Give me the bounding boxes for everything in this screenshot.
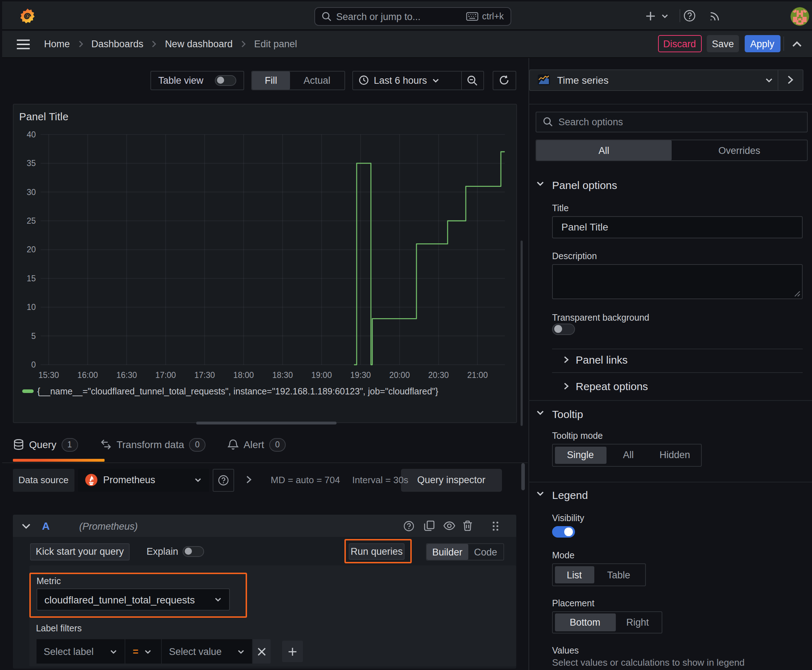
time-series-chart[interactable]: 051015202530354015:3016:0016:3017:0017:3…	[14, 104, 517, 422]
pane-splitter[interactable]	[528, 58, 529, 670]
legend-mode-table-option[interactable]: Table	[594, 566, 643, 584]
clock-icon	[359, 75, 369, 85]
chevron-down-icon[interactable]	[536, 181, 544, 187]
chevron-down-icon[interactable]	[536, 410, 544, 416]
user-avatar[interactable]	[790, 7, 809, 26]
scrollbar-thumb[interactable]	[521, 463, 524, 490]
legend-mode-list-option[interactable]: List	[554, 566, 594, 584]
section-panel-links[interactable]: Panel links	[576, 354, 627, 366]
section-tooltip[interactable]: Tooltip	[552, 408, 583, 420]
data-source-name: Prometheus	[103, 475, 188, 485]
transform-icon	[100, 439, 111, 450]
table-view-toggle[interactable]	[215, 75, 236, 86]
section-panel-options[interactable]: Panel options	[552, 179, 617, 191]
add-filter-button[interactable]	[282, 641, 303, 662]
keyboard-icon	[466, 12, 479, 21]
breadcrumb-new-dashboard[interactable]: New dashboard	[165, 39, 233, 50]
visualization-select[interactable]: Time series	[530, 74, 777, 86]
transparent-background-toggle[interactable]	[552, 323, 575, 335]
query-options-stats[interactable]: MD = auto = 704 Interval = 30s	[271, 469, 409, 491]
breadcrumb-home[interactable]: Home	[44, 39, 70, 50]
svg-text:20: 20	[27, 244, 36, 254]
chevron-down-icon[interactable]	[21, 523, 31, 530]
filter-overrides-option[interactable]: Overrides	[672, 140, 807, 160]
panel-title-input[interactable]: Panel Title	[552, 216, 802, 239]
split-drag-handle[interactable]	[196, 421, 337, 424]
run-queries-button[interactable]: Run queries	[349, 544, 405, 560]
section-divider	[528, 482, 812, 482]
query-help-icon[interactable]	[403, 520, 414, 532]
remove-filter-button[interactable]	[253, 639, 271, 664]
query-options-expand-icon[interactable]	[246, 475, 252, 484]
builder-option[interactable]: Builder	[426, 544, 468, 560]
explain-toggle[interactable]	[182, 546, 204, 557]
legend-visibility-toggle[interactable]	[552, 526, 575, 537]
discard-button[interactable]: Discard	[658, 35, 701, 52]
field-divider	[552, 372, 802, 373]
legend-placement-bottom-option[interactable]: Bottom	[554, 614, 615, 631]
collapse-options-button[interactable]	[777, 70, 802, 90]
chevron-right-icon[interactable]	[563, 356, 569, 364]
filter-all-option[interactable]: All	[536, 140, 672, 160]
select-value-dropdown[interactable]: Select value	[162, 639, 253, 664]
builder-code-group: Builder Code	[425, 544, 504, 560]
code-option[interactable]: Code	[468, 544, 503, 560]
svg-text:17:30: 17:30	[194, 370, 215, 379]
svg-text:18:00: 18:00	[233, 370, 254, 379]
breadcrumb-dashboards[interactable]: Dashboards	[91, 39, 144, 50]
data-source-help-button[interactable]	[213, 469, 234, 491]
zoom-out-button[interactable]	[461, 71, 483, 89]
collapse-pane-icon[interactable]	[790, 37, 804, 51]
delete-query-icon[interactable]	[462, 520, 472, 531]
tooltip-all-option[interactable]: All	[606, 446, 651, 464]
legend-placement-right-option[interactable]: Right	[615, 614, 659, 631]
alert-count-badge: 0	[269, 438, 286, 451]
section-legend[interactable]: Legend	[552, 489, 588, 501]
toggle-visibility-icon[interactable]	[443, 520, 455, 531]
legend-series-label[interactable]: {__name__="cloudflared_tunnel_total_requ…	[37, 386, 438, 396]
add-new-button[interactable]	[645, 8, 668, 24]
transparent-background-label: Transparent background	[552, 313, 649, 323]
metric-select[interactable]: cloudflared_tunnel_total_requests	[37, 589, 229, 611]
max-data-points-stat: MD = auto = 704	[271, 475, 340, 485]
actual-option[interactable]: Actual	[290, 71, 344, 89]
section-repeat-options[interactable]: Repeat options	[576, 380, 648, 392]
tab-alert[interactable]: Alert 0	[228, 438, 286, 451]
label-filters-label: Label filters	[36, 624, 81, 634]
operator-dropdown[interactable]: =	[125, 639, 161, 664]
fill-option[interactable]: Fill	[252, 71, 290, 89]
drag-handle-icon[interactable]	[492, 521, 499, 531]
save-button[interactable]: Save	[707, 35, 739, 52]
tooltip-hidden-option[interactable]: Hidden	[651, 446, 699, 464]
tooltip-single-option[interactable]: Single	[554, 446, 606, 464]
tab-query[interactable]: Query 1	[12, 438, 78, 451]
menu-icon[interactable]	[16, 39, 30, 49]
data-source-select[interactable]: Prometheus	[78, 469, 209, 491]
chevron-down-icon	[765, 76, 773, 85]
news-rss-icon[interactable]	[709, 9, 721, 22]
chevron-right-icon	[787, 76, 793, 85]
options-search-placeholder: Search options	[559, 116, 623, 127]
chevron-down-icon	[661, 12, 668, 20]
grafana-logo-icon[interactable]	[20, 8, 35, 25]
panel-description-textarea[interactable]	[552, 264, 802, 299]
help-icon[interactable]	[683, 9, 696, 22]
refresh-icon	[500, 75, 509, 85]
chevron-right-icon[interactable]	[563, 382, 569, 390]
chevron-down-icon	[144, 648, 152, 655]
svg-text:19:30: 19:30	[350, 370, 371, 379]
query-ref-id[interactable]: A	[42, 520, 50, 532]
apply-button[interactable]: Apply	[744, 35, 780, 52]
svg-text:16:30: 16:30	[116, 370, 137, 379]
tab-transform-data[interactable]: Transform data 0	[100, 438, 205, 451]
duplicate-query-icon[interactable]	[424, 520, 434, 531]
query-inspector-button[interactable]: Query inspector	[401, 469, 502, 491]
refresh-button[interactable]	[493, 71, 516, 90]
scrollbar-thumb[interactable]	[521, 240, 523, 426]
options-search-input[interactable]: Search options	[536, 111, 808, 132]
search-input[interactable]: Search or jump to... ctrl+k	[314, 7, 511, 26]
chevron-down-icon[interactable]	[536, 491, 544, 497]
select-label-dropdown[interactable]: Select label	[37, 639, 125, 664]
time-range-button[interactable]: Last 6 hours	[353, 71, 461, 89]
kick-start-query-button[interactable]: Kick start your query	[30, 543, 130, 560]
